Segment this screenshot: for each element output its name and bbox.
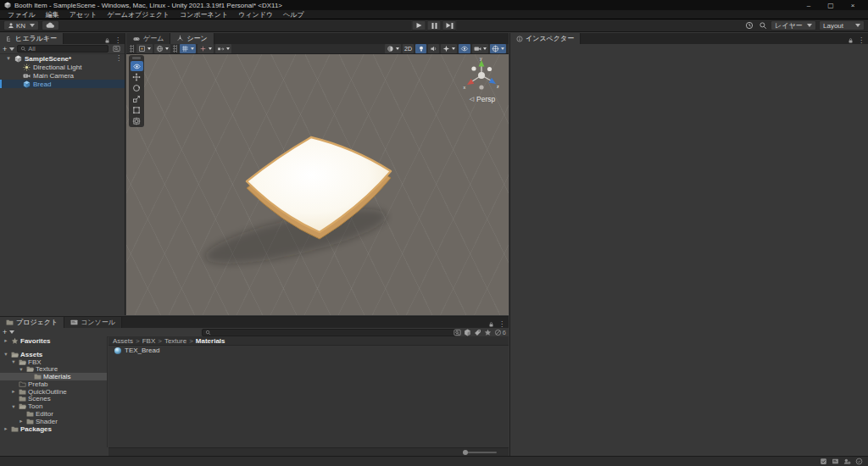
menu-item[interactable]: ゲームオブジェクト <box>103 10 175 19</box>
expand-arrow-icon[interactable]: ▾ <box>3 351 9 358</box>
expand-arrow-icon[interactable]: ▾ <box>5 55 12 62</box>
project-tree-row[interactable]: ▾Texture <box>0 365 107 373</box>
project-tree-row[interactable]: Materials <box>0 373 107 380</box>
breadcrumb-item[interactable]: Materials <box>196 337 225 345</box>
hierarchy-row[interactable]: Directional Light <box>0 63 125 71</box>
expand-arrow-icon[interactable]: ▾ <box>10 403 17 410</box>
label-filter-button[interactable] <box>474 329 481 336</box>
close-button[interactable]: × <box>842 0 864 10</box>
collab-icon[interactable] <box>843 458 851 465</box>
menu-item[interactable]: ヘルプ <box>278 10 309 19</box>
lock-icon[interactable] <box>104 37 110 44</box>
project-tree-row[interactable]: ▸Shader <box>0 418 107 425</box>
thumbnail-zoom-slider[interactable] <box>463 452 497 453</box>
search-window-button[interactable] <box>453 329 461 336</box>
type-filter-button[interactable] <box>464 329 471 336</box>
tab-シーン[interactable]: シーン <box>170 33 214 44</box>
menu-kebab-icon[interactable]: ⋮ <box>115 55 125 62</box>
overlay-drag-handle[interactable] <box>132 57 141 59</box>
effects-dropdown[interactable] <box>441 44 457 53</box>
gizmos-dropdown[interactable] <box>490 44 506 53</box>
shading-mode-dropdown[interactable] <box>385 44 401 53</box>
hierarchy-row[interactable]: Main Camera <box>0 71 125 80</box>
project-tree-row[interactable]: Scenes <box>0 396 107 403</box>
hierarchy-row[interactable]: Bread <box>0 80 125 88</box>
overlay-drag-handle[interactable] <box>173 45 177 53</box>
grid-snapping-button[interactable] <box>180 44 196 53</box>
console-activity-icon[interactable] <box>832 458 839 465</box>
asset-item[interactable]: TEX_Bread <box>108 346 509 355</box>
lock-icon[interactable] <box>488 321 494 328</box>
hierarchy-row[interactable]: ▾SampleScene*⋮ <box>0 54 125 63</box>
tab-inspector[interactable]: インスペクター <box>510 33 581 44</box>
account-button[interactable]: KN <box>3 20 39 31</box>
project-tree-row[interactable]: Prefab <box>0 380 107 388</box>
add-object-button[interactable]: + <box>3 44 14 53</box>
lighting-toggle-button[interactable] <box>415 44 426 53</box>
view-tool-button[interactable] <box>131 61 143 71</box>
project-tree-row[interactable]: ▾Toon <box>0 402 107 410</box>
tab-hierarchy[interactable]: ヒエラルキー <box>0 33 64 44</box>
tab-プロジェクト[interactable]: プロジェクト <box>0 317 64 328</box>
expand-arrow-icon[interactable]: ▾ <box>18 366 25 373</box>
menu-item[interactable]: ウィンドウ <box>233 10 278 19</box>
expand-arrow-icon[interactable]: ▸ <box>18 418 25 424</box>
project-tree-row[interactable]: Editor <box>0 410 107 418</box>
sync-check-icon[interactable] <box>855 458 863 465</box>
orientation-gizmo[interactable]: y x z <box>462 56 501 95</box>
layout-dropdown[interactable]: Layout <box>819 20 865 31</box>
step-button[interactable] <box>442 20 457 31</box>
rotate-tool-button[interactable] <box>131 83 143 93</box>
expand-arrow-icon[interactable]: ▾ <box>10 358 17 365</box>
project-tree-row[interactable]: ▸Packages <box>0 425 107 433</box>
transform-tool-button[interactable] <box>131 116 143 126</box>
expand-arrow-icon[interactable]: ▸ <box>3 425 9 432</box>
projection-toggle[interactable]: ◁ Persp <box>455 95 509 103</box>
undo-history-button[interactable] <box>743 21 754 31</box>
project-tree-row[interactable]: ▸Favorites <box>0 337 107 345</box>
progress-icon[interactable] <box>820 458 827 465</box>
rect-tool-button[interactable] <box>131 105 143 115</box>
layers-dropdown[interactable]: レイヤー <box>771 20 816 31</box>
project-tree-row[interactable]: ▸QuickOutline <box>0 388 107 396</box>
global-local-toggle-button[interactable] <box>154 44 170 53</box>
menu-item[interactable]: 編集 <box>41 10 64 19</box>
overlay-drag-handle[interactable] <box>130 45 134 53</box>
increment-snap-button[interactable] <box>198 44 214 53</box>
breadcrumb-item[interactable]: Texture <box>164 337 186 345</box>
maximize-button[interactable]: ▢ <box>820 0 842 10</box>
expand-arrow-icon[interactable]: ▸ <box>10 388 17 395</box>
menu-item[interactable]: アセット <box>64 10 103 19</box>
expand-arrow-icon[interactable]: ▸ <box>3 337 9 344</box>
move-tool-button[interactable] <box>131 72 143 82</box>
breadcrumb-item[interactable]: FBX <box>142 337 156 345</box>
menu-item[interactable]: ファイル <box>3 10 41 19</box>
2d-toggle-button[interactable]: 2D <box>403 44 414 53</box>
camera-settings-dropdown[interactable] <box>472 44 488 53</box>
minimize-button[interactable]: – <box>798 0 820 10</box>
favorites-filter-button[interactable] <box>484 329 492 336</box>
audio-toggle-button[interactable] <box>428 44 439 53</box>
menu-kebab-icon[interactable]: ⋮ <box>858 37 865 44</box>
cloud-button[interactable] <box>42 20 59 31</box>
project-tree-row[interactable]: ▾Assets <box>0 351 107 358</box>
search-window-button[interactable] <box>111 44 122 53</box>
add-asset-button[interactable]: + <box>3 328 14 337</box>
menu-item[interactable]: コンポーネント <box>175 10 233 19</box>
breadcrumb-item[interactable]: Assets <box>113 337 133 345</box>
scale-tool-button[interactable] <box>131 94 143 104</box>
lock-icon[interactable] <box>848 37 854 44</box>
project-tree-row[interactable]: ▾FBX <box>0 358 107 366</box>
tab-コンソール[interactable]: コンソール <box>64 317 122 328</box>
slider-knob[interactable] <box>463 450 468 455</box>
hierarchy-search-input[interactable]: All <box>17 45 108 53</box>
hidden-packages-toggle[interactable]: 6 <box>494 329 506 336</box>
menu-kebab-icon[interactable]: ⋮ <box>114 37 121 44</box>
scene-visibility-button[interactable] <box>459 44 470 53</box>
project-search-input[interactable] <box>202 329 456 336</box>
tab-ゲーム[interactable]: ゲーム <box>126 33 170 44</box>
pause-button[interactable] <box>427 20 442 31</box>
move-snap-button[interactable] <box>215 44 231 53</box>
scene-viewport[interactable]: y x z ◁ Persp <box>126 54 509 315</box>
search-button[interactable] <box>757 21 768 31</box>
